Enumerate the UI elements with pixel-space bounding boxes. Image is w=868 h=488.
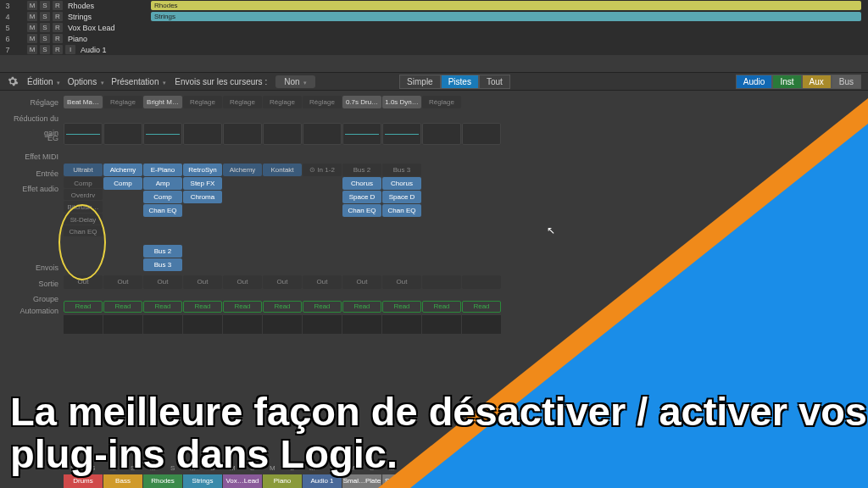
seg-tout[interactable]: Tout (479, 75, 510, 89)
track-m-button[interactable]: M (27, 12, 37, 21)
fx-slot[interactable]: Overdrv (64, 189, 103, 200)
input-slot[interactable]: RetroSyn (183, 164, 222, 176)
automation-mode[interactable]: Read (342, 301, 381, 313)
track-row[interactable]: 7MSRIAudio 1 (0, 44, 868, 55)
sends-dropdown[interactable]: Non ▾ (275, 75, 315, 88)
seg-bus[interactable]: Bus (832, 75, 861, 89)
eq-display[interactable] (263, 123, 302, 145)
channel-name[interactable]: Piano (263, 474, 302, 488)
view-segment[interactable]: SimplePistesTout (399, 75, 510, 89)
fx-slot[interactable]: Amp (143, 177, 182, 190)
track-row[interactable]: 3MSRRhodesRhodes (0, 0, 868, 11)
track-s-button[interactable]: S (40, 23, 50, 32)
track-m-button[interactable]: M (27, 45, 37, 54)
channel-name[interactable]: Strings (183, 474, 222, 488)
output-slot[interactable]: Out (183, 275, 222, 289)
fx-slot[interactable]: Bitcrush… (64, 201, 103, 212)
track-row[interactable]: 5MSRVox Box Lead (0, 22, 868, 33)
output-slot[interactable]: Out (64, 275, 103, 289)
seg-pistes[interactable]: Pistes (441, 75, 479, 89)
automation-mode[interactable]: Read (143, 301, 182, 313)
fx-slot[interactable]: Chan EQ (143, 204, 182, 217)
output-slot[interactable]: Out (223, 275, 262, 289)
track-s-button[interactable]: S (40, 1, 50, 10)
type-segment[interactable]: AudioInstAuxBus (736, 75, 861, 89)
automation-mode[interactable]: Read (183, 301, 222, 313)
fx-slot[interactable]: Chan EQ (64, 225, 103, 236)
track-m-button[interactable]: M (27, 23, 37, 32)
output-slot[interactable]: Out (103, 275, 142, 289)
channel-icon[interactable] (342, 315, 381, 334)
fx-slot[interactable]: Chan EQ (342, 204, 381, 217)
fx-slot[interactable]: Comp (143, 191, 182, 203)
setting-slot[interactable]: Bright M… (143, 96, 182, 108)
channel-icon[interactable] (263, 315, 302, 334)
channel-name[interactable]: Drums (64, 474, 103, 488)
fx-slot[interactable]: Step FX (183, 177, 222, 190)
track-s-button[interactable]: S (40, 12, 50, 21)
menu-présentation[interactable]: Présentation ▾ (111, 77, 166, 86)
automation-mode[interactable]: Read (263, 301, 302, 313)
input-slot[interactable]: Bus 2 (342, 164, 381, 176)
channel-name[interactable]: Bass (103, 474, 142, 488)
setting-slot[interactable]: Réglage (303, 96, 342, 108)
output-slot[interactable]: Out (143, 275, 182, 289)
setting-slot[interactable]: 0.7s Dru… (342, 96, 381, 108)
fx-slot[interactable]: Comp (64, 177, 103, 188)
fx-slot[interactable]: Space D (342, 191, 381, 203)
menu-édition[interactable]: Édition ▾ (27, 77, 60, 86)
gear-icon[interactable] (7, 75, 19, 87)
eq-display[interactable] (183, 123, 222, 145)
seg-aux[interactable]: Aux (802, 75, 832, 89)
track-r-button[interactable]: R (53, 34, 63, 43)
menu-options[interactable]: Options ▾ (68, 77, 104, 86)
setting-slot[interactable]: Réglage (103, 96, 142, 108)
fx-slot[interactable]: Comp (103, 177, 142, 190)
fx-slot[interactable]: St-Delay (64, 214, 103, 225)
track-m-button[interactable]: M (27, 34, 37, 43)
eq-display[interactable] (303, 123, 342, 145)
track-i-button[interactable]: I (65, 45, 75, 54)
eq-display[interactable] (103, 123, 142, 145)
track-r-button[interactable]: R (53, 1, 63, 10)
channel-icon[interactable] (223, 315, 262, 334)
track-r-button[interactable]: R (53, 23, 63, 32)
setting-slot[interactable]: Beat Ma… (64, 96, 103, 108)
input-slot[interactable]: Ultrabt (64, 164, 103, 176)
eq-display[interactable] (342, 123, 381, 145)
output-slot[interactable]: Out (303, 275, 342, 289)
channel-name[interactable]: Rhodes (143, 474, 182, 488)
seg-simple[interactable]: Simple (399, 75, 441, 89)
track-r-button[interactable]: R (53, 12, 63, 21)
fx-slot[interactable]: Chorus (342, 177, 381, 190)
input-slot[interactable]: Kontakt (263, 164, 302, 176)
seg-inst[interactable]: Inst (772, 75, 801, 89)
channel-icon[interactable] (183, 315, 222, 334)
track-row[interactable]: 6MSRPiano (0, 33, 868, 44)
eq-display[interactable] (223, 123, 262, 145)
channel-name[interactable]: Smal…Plate (342, 474, 381, 488)
input-slot[interactable]: Alchemy (103, 164, 142, 176)
send-slot[interactable]: Bus 3 (143, 258, 182, 271)
track-s-button[interactable]: S (40, 34, 50, 43)
track-m-button[interactable]: M (27, 1, 37, 10)
automation-mode[interactable]: Read (103, 301, 142, 313)
channel-icon[interactable] (103, 315, 142, 334)
channel-icon[interactable] (64, 315, 103, 334)
seg-audio[interactable]: Audio (736, 75, 773, 89)
input-slot[interactable]: Alchemy (223, 164, 262, 176)
automation-mode[interactable]: Read (223, 301, 262, 313)
channel-icon[interactable] (303, 315, 342, 334)
setting-slot[interactable]: Réglage (183, 96, 222, 108)
automation-mode[interactable]: Read (64, 301, 103, 313)
eq-display[interactable] (64, 123, 103, 145)
setting-slot[interactable]: Réglage (263, 96, 302, 108)
setting-slot[interactable]: Réglage (223, 96, 262, 108)
input-slot[interactable]: ⊙ In 1-2 (303, 164, 342, 176)
channel-name[interactable]: Vox…Lead (223, 474, 262, 488)
output-slot[interactable]: Out (342, 275, 381, 289)
track-r-button[interactable]: R (53, 45, 63, 54)
channel-name[interactable]: Audio 1 (303, 474, 342, 488)
send-slot[interactable]: Bus 2 (143, 245, 182, 258)
eq-display[interactable] (143, 123, 182, 145)
